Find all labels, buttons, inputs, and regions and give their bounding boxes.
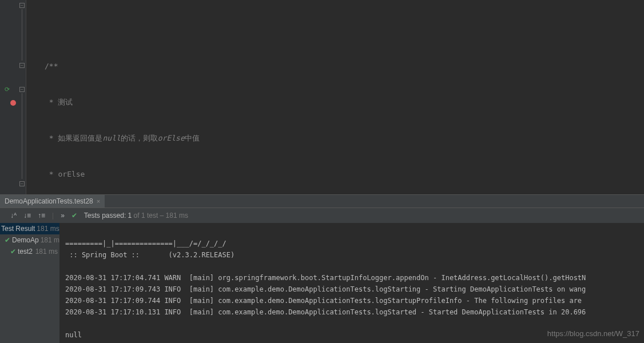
gutter: − − ⟳ − − xyxy=(0,0,26,194)
console-line: :: Spring Boot :: (v2.3.2.RELEASE) xyxy=(65,251,234,259)
console-line: 2020-08-31 17:17:09.743 INFO [main] com.… xyxy=(65,285,586,293)
comment-line: * 测试 xyxy=(45,98,73,106)
fold-toggle-icon[interactable]: − xyxy=(19,87,25,92)
tests-passed-text: Tests passed: 1 of 1 test – 181 ms xyxy=(84,212,188,220)
sort-alpha-icon[interactable]: ↓ᴬ xyxy=(10,212,17,220)
sort-desc-icon[interactable]: ↑≡ xyxy=(38,212,45,220)
tab-label: DemoApplicationTests.test28 xyxy=(5,197,93,205)
editor-area: − − ⟳ − − /** * 测试 * 如果返回值是null的话，则取orEl… xyxy=(0,0,644,194)
bottom-panel: Test Result 181 ms ✔ DemoAp 181 ms ✔ tes… xyxy=(0,223,644,343)
check-icon: ✔ xyxy=(10,248,16,256)
check-icon: ✔ xyxy=(5,236,10,244)
fold-toggle-icon[interactable]: − xyxy=(19,63,25,68)
comment-line: * 如果返回值是null的话，则取orElse中值 xyxy=(45,134,200,142)
run-gutter-icon[interactable]: ⟳ xyxy=(5,86,10,93)
comment-line: * orElse xyxy=(45,170,85,178)
console-line: null xyxy=(65,331,82,339)
fold-toggle-icon[interactable]: − xyxy=(19,3,25,8)
tree-root[interactable]: Test Result 181 ms xyxy=(0,223,59,234)
code-editor[interactable]: /** * 测试 * 如果返回值是null的话，则取orElse中值 * orE… xyxy=(26,0,644,194)
fold-toggle-icon[interactable]: − xyxy=(19,181,25,186)
watermark: https://blog.csdn.net/W_317 xyxy=(547,328,639,340)
tree-node[interactable]: ✔ DemoAp 181 ms xyxy=(0,234,59,246)
check-icon: ✔ xyxy=(71,212,77,220)
close-icon[interactable]: × xyxy=(97,198,100,205)
tree-node[interactable]: ✔ test2 181 ms xyxy=(0,246,59,257)
run-tab[interactable]: DemoApplicationTests.test28 × xyxy=(0,195,105,208)
console-line: 2020-08-31 17:17:09.744 INFO [main] com.… xyxy=(65,297,586,305)
expand-icon[interactable]: » xyxy=(61,212,65,220)
comment-line: /** xyxy=(45,62,58,70)
console-line: =========|_|==============|___/=/_/_/_/ xyxy=(65,240,226,248)
sort-asc-icon[interactable]: ↓≡ xyxy=(23,212,31,220)
breakpoint-icon[interactable] xyxy=(10,100,16,106)
console-output[interactable]: =========|_|==============|___/=/_/_/_/ … xyxy=(59,223,644,343)
console-line: 2020-08-31 17:17:04.741 WARN [main] org.… xyxy=(65,274,586,282)
test-tree[interactable]: Test Result 181 ms ✔ DemoAp 181 ms ✔ tes… xyxy=(0,223,59,343)
run-tab-bar: DemoApplicationTests.test28 × xyxy=(0,194,644,208)
test-toolbar: ↓ᴬ ↓≡ ↑≡ | » ✔ Tests passed: 1 of 1 test… xyxy=(0,208,644,223)
console-line: 2020-08-31 17:17:10.131 INFO [main] com.… xyxy=(65,308,586,316)
